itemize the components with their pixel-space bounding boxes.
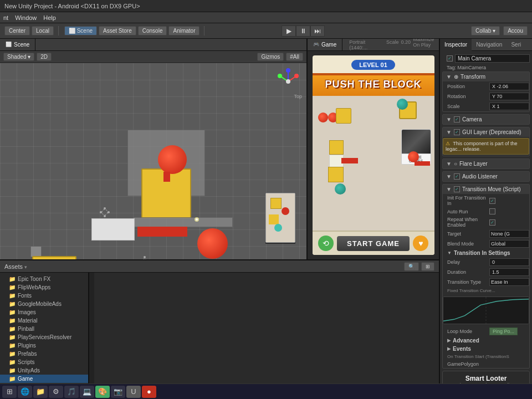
events-header[interactable]: ▶ Events: [443, 345, 529, 353]
2d-btn[interactable]: 2D: [37, 53, 52, 61]
gui-triangle: ▼: [446, 129, 452, 135]
transform-header[interactable]: ▼ ⊕ Transform: [443, 72, 529, 81]
repeat-row: Repeat When Enabled ✓: [443, 216, 529, 229]
duration-input[interactable]: 1.5: [489, 268, 529, 276]
folder-googlemobileads[interactable]: 📁 GoogleMobileAds: [0, 300, 88, 308]
on-transition-start-label: On Transition Start (TransitionS: [447, 354, 509, 359]
folder-epic-toon[interactable]: 📁 Epic Toon FX: [0, 275, 88, 283]
assets-tab-label: Assets ▾: [4, 263, 27, 270]
console-tab-btn[interactable]: Console: [138, 26, 167, 35]
game-resolution: 2960x1440 Portrait (1440:...: [349, 39, 384, 50]
transform-tools: Center Local: [4, 26, 59, 35]
collab-btn[interactable]: Collab ▾: [471, 26, 500, 35]
target-dropdown[interactable]: None (G: [489, 230, 529, 238]
menu-item-window[interactable]: Window: [15, 14, 37, 21]
gameobject-name[interactable]: Main Camera: [455, 54, 530, 63]
fixed-curve-row: Fixed Transition Curve...: [443, 287, 529, 294]
transition-move-header[interactable]: ▼ ✓ Transition Move (Script): [443, 185, 529, 194]
audio-checkbox[interactable]: ✓: [454, 173, 460, 180]
blend-dropdown[interactable]: Global: [489, 240, 529, 248]
transition-checkbox[interactable]: ✓: [454, 186, 460, 192]
taskbar-settings[interactable]: ⚙: [49, 386, 63, 398]
taskbar-files[interactable]: 📁: [33, 386, 48, 398]
taskbar-browser[interactable]: 🌐: [18, 386, 32, 398]
taskbar-paint[interactable]: 🎨: [95, 386, 110, 398]
all-btn[interactable]: #All: [286, 53, 303, 61]
scale-x[interactable]: X 1: [489, 103, 529, 110]
ping-pong-button[interactable]: Ping Po...: [489, 328, 518, 335]
camera-checkbox[interactable]: ✓: [454, 116, 460, 122]
position-x[interactable]: X -2.06: [489, 83, 529, 90]
init-checkbox[interactable]: ✓: [489, 198, 495, 204]
camera-header[interactable]: ▼ ✓ Camera: [443, 115, 529, 124]
inspector-tab[interactable]: Inspector: [440, 39, 472, 51]
account-btn[interactable]: Accou: [503, 26, 528, 35]
main-layout: ⬜ Scene Shaded ▾ 2D Gizmos #All: [0, 39, 532, 399]
play-button[interactable]: ▶: [282, 25, 296, 37]
scene-viewport[interactable]: Top: [0, 63, 306, 259]
tab-game[interactable]: 🎮 Game: [308, 39, 342, 50]
auto-run-checkbox[interactable]: [489, 208, 495, 214]
scene-tab-btn[interactable]: ⬜ Scene: [64, 26, 97, 35]
gizmos-btn[interactable]: Gizmos: [257, 53, 284, 61]
fixed-curve-label: Fixed Transition Curve...: [447, 288, 495, 293]
audio-listener-header[interactable]: ▼ ✓ Audio Listener: [443, 172, 529, 181]
tab-scene[interactable]: ⬜ Scene: [0, 39, 35, 50]
transition-settings-header[interactable]: ▼ Transition In Settings: [443, 249, 529, 257]
advanced-header[interactable]: ▶ Advanced: [443, 336, 529, 345]
taskbar-unity[interactable]: U: [126, 386, 141, 398]
navigation-tab[interactable]: Navigation: [472, 39, 507, 51]
folder-flipwebapps[interactable]: 📁 FlipWebApps: [0, 283, 88, 291]
pause-button[interactable]: ⏸: [296, 25, 310, 37]
folder-unityads[interactable]: 📁 UnityAds: [0, 366, 88, 375]
gui-layer-checkbox[interactable]: ✓: [454, 129, 460, 135]
transition-type-dropdown[interactable]: Ease In: [489, 278, 529, 286]
rotation-y[interactable]: Y 70: [489, 93, 529, 100]
folder-prefabs[interactable]: 📁 Prefabs: [0, 350, 88, 358]
seri-tab[interactable]: Seri: [507, 39, 525, 51]
gameobject-active-checkbox[interactable]: ✓: [447, 55, 453, 62]
folder-playservices[interactable]: 📁 PlayServicesResolver: [0, 333, 88, 341]
auto-run-row: Auto Run: [443, 207, 529, 216]
taskbar-terminal[interactable]: 💻: [80, 386, 94, 398]
folder-plugins[interactable]: 📁 Plugins: [0, 341, 88, 350]
flare-layer-header[interactable]: ▼ ○ Flare Layer: [443, 159, 529, 168]
folder-scripts[interactable]: 📁 Scripts: [0, 358, 88, 366]
folder-fonts[interactable]: 📁 Fonts: [0, 291, 88, 300]
share-button[interactable]: ⟲: [318, 236, 334, 251]
folder-images[interactable]: 📁 Images: [0, 308, 88, 316]
shaded-dropdown[interactable]: Shaded ▾: [3, 53, 34, 61]
favorite-button[interactable]: ♥: [413, 236, 428, 251]
taskbar-red[interactable]: ●: [142, 386, 156, 398]
position-label: Position: [447, 84, 487, 89]
local-btn[interactable]: Local: [32, 26, 54, 35]
assets-search-btn[interactable]: 🔍: [404, 262, 419, 271]
repeat-checkbox[interactable]: ✓: [489, 219, 495, 226]
delay-input[interactable]: 0: [489, 258, 529, 266]
taskbar-music[interactable]: 🎵: [64, 386, 79, 398]
svg-point-7: [102, 209, 108, 215]
scene-red-circle-1: [158, 145, 187, 174]
taskbar-camera[interactable]: 📷: [111, 386, 125, 398]
animator-tab-btn[interactable]: Animator: [168, 26, 200, 35]
scene-icon: ⬜: [69, 28, 77, 34]
taskbar-windows[interactable]: ⊞: [2, 386, 17, 398]
asset-store-tab-btn[interactable]: Asset Store: [99, 26, 136, 35]
step-button[interactable]: ⏭: [310, 25, 325, 37]
assets-scrollbar[interactable]: [89, 273, 94, 399]
folder-pinball[interactable]: 📁 Pinball: [0, 325, 88, 333]
folder-material[interactable]: 📁 Material: [0, 316, 88, 325]
play-controls: ▶ ⏸ ⏭: [282, 25, 325, 37]
game-yellow-block-4: [328, 167, 344, 182]
center-btn[interactable]: Center: [4, 26, 30, 35]
preview-thumb[interactable]: [265, 193, 295, 243]
assets-layout-btn[interactable]: ⊞: [421, 262, 434, 271]
menu-item-help[interactable]: Help: [43, 14, 56, 21]
start-game-button[interactable]: START GAME: [337, 236, 410, 251]
game-yellow-block-3: [329, 140, 344, 155]
menu-item-nt[interactable]: nt: [3, 14, 8, 21]
gui-layer-header[interactable]: ▼ ✓ GUI Layer (Deprecated): [443, 127, 529, 137]
game-panel: 🎮 Game 2960x1440 Portrait (1440:... Scal…: [308, 39, 439, 259]
game-tab-icon: 🎮: [313, 42, 319, 47]
folder-game[interactable]: 📁 Game: [0, 375, 88, 383]
